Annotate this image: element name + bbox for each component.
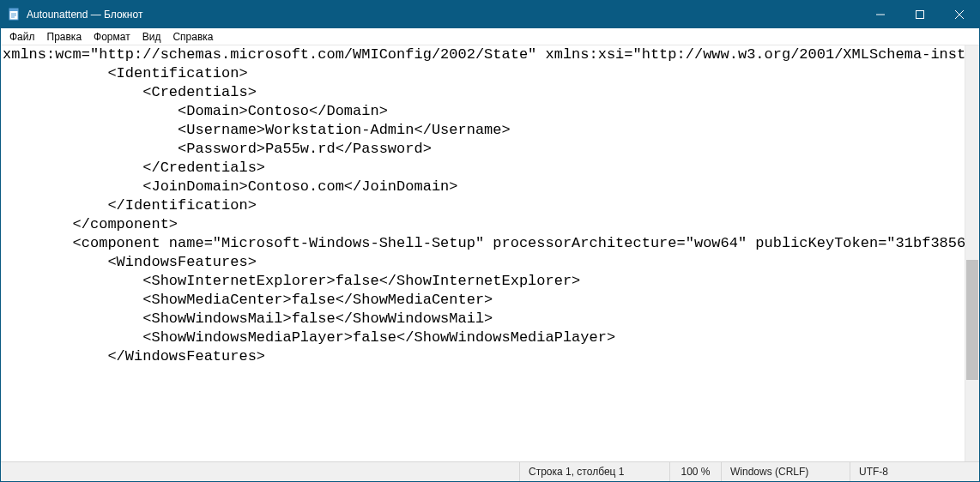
status-encoding: UTF-8 [850, 462, 979, 481]
maximize-button[interactable] [900, 1, 940, 28]
text-editor[interactable]: xmlns:wcm="http://schemas.microsoft.com/… [1, 45, 965, 461]
scrollbar-thumb[interactable] [966, 260, 978, 380]
statusbar: Строка 1, столбец 1 100 % Windows (CRLF)… [1, 461, 979, 481]
notepad-icon [8, 8, 21, 21]
editor-area: xmlns:wcm="http://schemas.microsoft.com/… [1, 45, 979, 461]
status-line-ending: Windows (CRLF) [721, 462, 850, 481]
status-empty [1, 462, 519, 481]
notepad-window: Autounattend — Блокнот Файл Правка Форма… [0, 0, 980, 482]
minimize-button[interactable] [861, 1, 900, 28]
svg-rect-6 [916, 11, 924, 19]
menubar: Файл Правка Формат Вид Справка [1, 28, 979, 45]
menu-edit[interactable]: Правка [42, 30, 88, 44]
window-title: Autounattend — Блокнот [27, 9, 142, 21]
menu-file[interactable]: Файл [4, 30, 40, 44]
titlebar[interactable]: Autounattend — Блокнот [1, 1, 979, 28]
vertical-scrollbar[interactable] [965, 45, 979, 461]
menu-help[interactable]: Справка [167, 30, 218, 44]
status-position: Строка 1, столбец 1 [519, 462, 669, 481]
status-zoom: 100 % [669, 462, 721, 481]
menu-format[interactable]: Формат [88, 30, 136, 44]
close-button[interactable] [940, 1, 979, 28]
menu-view[interactable]: Вид [137, 30, 166, 44]
svg-rect-1 [9, 9, 18, 11]
